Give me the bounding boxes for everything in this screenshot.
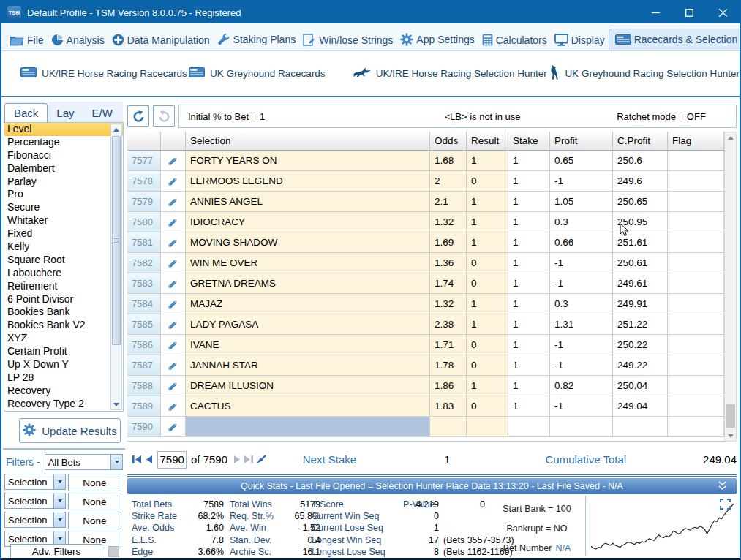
cell-profit[interactable]: -1 xyxy=(550,396,613,417)
cell-result[interactable]: 0 xyxy=(467,335,508,355)
menu-item-analysis[interactable]: Analysis xyxy=(48,29,108,50)
filter-none-button[interactable]: None xyxy=(68,493,121,510)
cell-profit[interactable]: 0.66 xyxy=(550,232,613,253)
cell-flag[interactable] xyxy=(668,294,724,314)
tab-e-w[interactable]: E/W xyxy=(83,104,121,122)
close-button[interactable] xyxy=(706,1,740,23)
column-header-Result[interactable]: Result xyxy=(467,132,508,151)
cell-profit[interactable]: 0.65 xyxy=(550,151,613,171)
cell-selection[interactable]: IDIOCRACY xyxy=(186,212,430,232)
edit-pencil-icon[interactable] xyxy=(161,335,186,355)
edit-pencil-icon[interactable] xyxy=(161,151,186,171)
cell-result[interactable]: 1 xyxy=(467,314,508,335)
table-row[interactable]: 7587JANNAH STAR1.7801-1249.22 xyxy=(127,355,724,376)
cell-cprofit[interactable] xyxy=(613,417,668,437)
cell-profit[interactable]: -1 xyxy=(550,171,613,192)
cell-profit[interactable]: -1 xyxy=(550,253,613,273)
column-header-blank[interactable] xyxy=(127,132,161,151)
list-item[interactable]: Dalembert xyxy=(4,162,123,175)
minimize-button[interactable] xyxy=(639,1,672,23)
cell-cprofit[interactable]: 250.61 xyxy=(613,253,668,273)
cell-selection[interactable]: FORTY YEARS ON xyxy=(186,151,430,171)
scroll-down-icon[interactable] xyxy=(725,431,736,441)
cell-cprofit[interactable]: 249.04 xyxy=(613,396,668,417)
list-item[interactable]: Square Root xyxy=(4,254,123,267)
cell-stake[interactable]: 1 xyxy=(508,273,550,294)
cell-selection[interactable]: MOVING SHADOW xyxy=(186,232,430,253)
cell-odds[interactable]: 1.69 xyxy=(430,232,467,253)
cell-flag[interactable] xyxy=(668,253,724,273)
toolbar-item-uk-ire-horse-racing-racecards[interactable]: UK/IRE Horse Racing Racecards xyxy=(20,67,187,80)
cell-profit[interactable]: 0.3 xyxy=(550,212,613,232)
previous-record-icon[interactable] xyxy=(143,453,155,467)
list-item[interactable]: Bookies Bank V2 xyxy=(4,319,123,332)
chevron-down-icon[interactable] xyxy=(53,493,65,508)
table-row[interactable]: 7584MAJAZ1.32110.3249.91 xyxy=(127,294,724,314)
cell-selection[interactable]: GRETNA DREAMS xyxy=(186,273,430,294)
list-item[interactable]: Certain Profit xyxy=(4,345,123,358)
table-row[interactable]: 7579ANNIES ANGEL2.1111.05250.65 xyxy=(127,192,724,212)
selection-dropdown[interactable]: Selection xyxy=(4,474,66,490)
toolbar-item-uk-ire-horse-racing-selection-hunter[interactable]: UK/IRE Horse Racing Selection Hunter xyxy=(352,67,547,80)
column-header-Selection[interactable]: Selection xyxy=(186,132,430,151)
list-item[interactable]: Kelly xyxy=(4,241,123,254)
column-header-blank[interactable] xyxy=(161,132,186,151)
toolbar-item-uk-greyhound-racing-selection-hunter[interactable]: UK Greyhound Racing Selection Hunter xyxy=(548,65,740,83)
cell-result[interactable]: 0 xyxy=(467,396,508,417)
edit-pencil-icon[interactable] xyxy=(161,232,186,253)
cell-selection[interactable]: JANNAH STAR xyxy=(186,355,430,376)
list-item[interactable]: Retirement xyxy=(4,280,123,293)
cell-selection[interactable]: WIN ME OVER xyxy=(186,253,430,273)
cell-stake[interactable]: 1 xyxy=(508,294,550,314)
cell-stake[interactable]: 1 xyxy=(508,192,550,212)
filters-dropdown[interactable]: All Bets xyxy=(45,454,123,470)
list-item[interactable]: XYZ xyxy=(4,332,123,345)
list-item[interactable]: Percentage xyxy=(4,136,123,149)
scrollbar-thumb[interactable] xyxy=(112,136,121,345)
cell-odds[interactable]: 1.71 xyxy=(430,335,467,355)
cell-profit[interactable]: -1 xyxy=(550,355,613,376)
table-row[interactable]: 7585LADY PAGASA2.38111.31251.22 xyxy=(127,314,724,335)
column-header-C.Profit[interactable]: C.Profit xyxy=(613,132,668,151)
cell-cprofit[interactable]: 249.91 xyxy=(613,294,668,314)
table-row[interactable]: 7590 xyxy=(127,417,724,437)
selection-dropdown[interactable]: Selection xyxy=(4,493,66,509)
cell-odds[interactable]: 1.86 xyxy=(430,376,467,396)
cell-stake[interactable]: 1 xyxy=(508,396,550,417)
cell-flag[interactable] xyxy=(668,151,724,171)
filter-none-button[interactable]: None xyxy=(68,474,121,491)
edit-pencil-icon[interactable] xyxy=(161,192,186,212)
list-item[interactable]: Fixed xyxy=(4,227,123,241)
cell-result[interactable]: 0 xyxy=(467,273,508,294)
cell-stake[interactable]: 1 xyxy=(508,171,550,192)
cell-flag[interactable] xyxy=(668,355,724,376)
edit-pencil-icon[interactable] xyxy=(161,376,186,396)
cell-profit[interactable]: 1.31 xyxy=(550,314,613,335)
cell-stake[interactable]: 1 xyxy=(508,314,550,335)
undo-button[interactable] xyxy=(127,105,149,127)
cell-flag[interactable] xyxy=(668,335,724,355)
cell-selection[interactable]: CACTUS xyxy=(186,396,430,417)
cell-selection[interactable]: IVANE xyxy=(186,335,430,355)
list-item[interactable]: Up X Down Y xyxy=(4,358,123,371)
cell-odds[interactable]: 1.74 xyxy=(430,273,467,294)
list-item[interactable]: Parlay xyxy=(4,175,123,189)
chevron-down-icon[interactable] xyxy=(53,474,65,489)
cell-stake[interactable]: 1 xyxy=(508,232,550,253)
cell-cprofit[interactable]: 250.65 xyxy=(613,192,668,212)
edit-pencil-icon[interactable] xyxy=(161,294,186,314)
cell-result[interactable] xyxy=(467,417,508,437)
table-row[interactable]: 7581MOVING SHADOW1.69110.66251.61 xyxy=(127,232,724,253)
table-row[interactable]: 7582WIN ME OVER1.3601-1250.61 xyxy=(127,253,724,273)
table-row[interactable]: 7583GRETNA DREAMS1.7401-1249.61 xyxy=(127,273,724,294)
list-item[interactable]: Recovery xyxy=(4,385,123,398)
cell-selection[interactable]: MAJAZ xyxy=(186,294,430,314)
tab-lay[interactable]: Lay xyxy=(48,104,83,122)
adv-filters-checkbox[interactable] xyxy=(108,546,119,557)
cell-flag[interactable] xyxy=(668,192,724,212)
grid-vertical-scrollbar[interactable] xyxy=(724,132,737,442)
scroll-up-icon[interactable] xyxy=(725,132,736,143)
filter-none-button[interactable]: None xyxy=(68,512,121,529)
edit-pencil-icon[interactable] xyxy=(161,273,186,294)
list-item[interactable]: Recovery Type 2 xyxy=(4,398,123,411)
